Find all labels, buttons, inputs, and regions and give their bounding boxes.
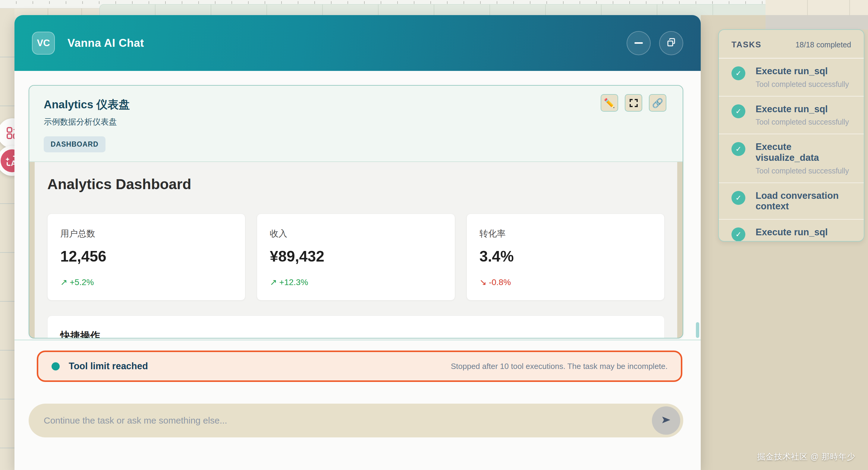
stat-value: 3.4% [479, 248, 652, 265]
task-title: Execute run_sql [755, 104, 849, 115]
task-subtitle: Tool completed successfully [755, 118, 849, 126]
minimize-icon [634, 42, 643, 44]
stat-value: 12,456 [60, 248, 232, 265]
chat-scrollbar-thumb[interactable] [696, 322, 699, 338]
message-input[interactable] [44, 415, 652, 425]
background-gray-band [766, 15, 868, 30]
dashboard-artifact-card: Analytics 仪表盘 示例数据分析仪表盘 DASHBOARD ✏️ 🔗 A… [29, 85, 683, 339]
task-item[interactable]: ✓ Execute run_sql Tool completed success… [719, 96, 864, 135]
trend-up-icon: ↗ [270, 277, 277, 287]
stat-card-conversion: 转化率 3.4% ↘ -0.8% [467, 213, 664, 300]
task-title: Execute run_sql [755, 227, 849, 238]
tasks-title: TASKS [732, 40, 762, 50]
copy-link-button[interactable]: 🔗 [649, 94, 666, 112]
send-button[interactable] [652, 406, 680, 435]
edit-button[interactable]: ✏️ [601, 94, 618, 112]
tasks-progress: 18/18 completed [795, 40, 851, 49]
stat-change: ↗ +5.2% [60, 277, 232, 287]
stat-card-revenue: 收入 ¥89,432 ↗ +12.3% [257, 213, 455, 300]
artifact-subtitle: 示例数据分析仪表盘 [44, 116, 668, 127]
restore-window-button[interactable] [659, 31, 683, 55]
trend-down-icon: ↘ [479, 277, 487, 287]
artifact-section-divider [14, 340, 701, 340]
minimize-button[interactable] [627, 31, 651, 55]
avatar: VC [32, 32, 55, 55]
chat-header: VC Vanna AI Chat [14, 15, 701, 71]
task-item[interactable]: ✓ Execute run_sql Tool completed success… [719, 59, 864, 96]
artifact-header: Analytics 仪表盘 示例数据分析仪表盘 DASHBOARD ✏️ 🔗 [29, 86, 683, 162]
check-circle-icon: ✓ [732, 142, 745, 156]
stat-change: ↗ +12.3% [270, 277, 442, 287]
fullscreen-icon [629, 99, 638, 107]
restore-icon [666, 38, 676, 49]
artifact-title: Analytics 仪表盘 [44, 97, 668, 112]
fullscreen-button[interactable] [625, 94, 642, 112]
background-right-cells [766, 0, 868, 15]
task-item[interactable]: ✓ Execute run_sql Tool completed success… [719, 219, 864, 242]
trend-up-icon: ↗ [60, 277, 67, 287]
task-subtitle: Tool completed successfully [755, 80, 849, 89]
tasks-panel: TASKS 18/18 completed ✓ Execute run_sql … [718, 29, 864, 242]
dashboard-preview-frame: Analytics Dashboard 用户总数 12,456 ↗ +5.2% … [35, 162, 677, 338]
stat-label: 转化率 [479, 228, 652, 240]
quick-actions-card: 快捷操作 [47, 316, 664, 338]
tasks-header: TASKS 18/18 completed [719, 30, 864, 59]
task-subtitle: Tool completed successfully [755, 167, 851, 175]
task-item[interactable]: ✓ Execute visualize_data Tool completed … [719, 134, 864, 183]
task-title: Load conversation context [755, 190, 851, 212]
dashboard-heading: Analytics Dashboard [47, 176, 664, 193]
check-circle-icon: ✓ [732, 228, 745, 241]
watermark: 掘金技术社区 @ 那時年少 [757, 451, 855, 462]
stat-label: 收入 [270, 228, 442, 240]
task-title: Execute run_sql [755, 66, 849, 77]
tool-limit-alert: Tool limit reached Stopped after 10 tool… [37, 351, 682, 382]
check-circle-icon: ✓ [732, 105, 745, 118]
chat-title: Vanna AI Chat [67, 37, 144, 50]
send-icon [660, 414, 672, 427]
pencil-icon: ✏️ [604, 98, 615, 108]
status-dot-icon [52, 362, 60, 371]
quick-actions-title: 快捷操作 [60, 329, 652, 338]
stats-row: 用户总数 12,456 ↗ +5.2% 收入 ¥89,432 ↗ +12.3% [47, 213, 664, 300]
task-subtitle: Tool completed successfully [755, 241, 849, 242]
check-circle-icon: ✓ [732, 66, 745, 80]
message-input-bar [29, 404, 683, 437]
artifact-type-badge: DASHBOARD [44, 136, 105, 152]
stat-change: ↘ -0.8% [479, 277, 652, 287]
background-row-grid [0, 8, 14, 470]
alert-detail: Stopped after 10 tool executions. The ta… [451, 362, 668, 371]
check-circle-icon: ✓ [732, 191, 745, 205]
stat-card-users: 用户总数 12,456 ↗ +5.2% [47, 213, 245, 300]
stat-value: ¥89,432 [270, 248, 442, 265]
chat-panel: VC Vanna AI Chat Analytics 仪表盘 示例数据分析仪表盘… [14, 15, 701, 470]
task-item[interactable]: ✓ Load conversation context [719, 183, 864, 219]
artifact-toolbar: ✏️ 🔗 [601, 94, 666, 112]
task-title: Execute visualize_data [755, 142, 851, 163]
stat-label: 用户总数 [60, 228, 232, 240]
alert-title: Tool limit reached [69, 361, 148, 372]
link-icon: 🔗 [652, 98, 663, 108]
